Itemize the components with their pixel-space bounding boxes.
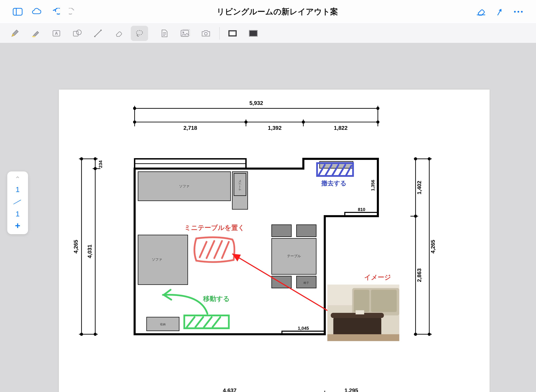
svg-text:1,356: 1,356 — [370, 180, 375, 191]
svg-point-13 — [100, 30, 102, 31]
svg-point-64 — [414, 333, 417, 336]
crop-tool-b[interactable] — [245, 26, 262, 41]
svg-text:4,031: 4,031 — [86, 245, 93, 258]
svg-rect-9 — [73, 31, 78, 36]
image-tool[interactable] — [176, 26, 194, 41]
svg-text:4,265: 4,265 — [430, 240, 436, 253]
dim-left-inner: 234 4,031 — [86, 157, 103, 336]
svg-text:1,402: 1,402 — [416, 181, 422, 194]
svg-rect-23 — [229, 31, 236, 35]
document-title[interactable]: リビングルームの新レイアウト案 — [79, 6, 476, 17]
svg-rect-115 — [371, 290, 397, 312]
page-add-button[interactable]: + — [15, 221, 20, 230]
svg-text:椅子: 椅子 — [304, 281, 309, 284]
camera-tool[interactable] — [197, 26, 214, 41]
svg-text:収納: 収納 — [160, 323, 166, 326]
svg-point-33 — [133, 121, 136, 124]
svg-point-36 — [376, 121, 379, 124]
svg-text:1,295: 1,295 — [345, 387, 358, 392]
toolbar: A — [0, 23, 536, 43]
svg-rect-99 — [272, 276, 291, 288]
svg-point-19 — [183, 32, 184, 33]
svg-rect-114 — [354, 290, 369, 312]
furniture-group: ソファ テーブル ソファ テーブル 椅子 収納 — [138, 161, 353, 331]
dim-bottom-split: 4,637 1,295 — [133, 387, 379, 392]
crop-tool-a[interactable] — [224, 26, 241, 41]
svg-text:4,265: 4,265 — [73, 240, 79, 253]
svg-point-3 — [514, 11, 516, 13]
redo-button[interactable] — [68, 7, 79, 17]
page-tool[interactable] — [156, 26, 173, 41]
svg-text:1,045: 1,045 — [298, 326, 309, 331]
page[interactable]: 5,932 2,718 1,392 1,822 4,265 — [59, 89, 490, 392]
canvas[interactable]: 5,932 2,718 1,392 1,822 4,265 — [0, 43, 536, 392]
topbar: リビングルームの新レイアウト案 — [0, 0, 536, 23]
annotation-image: イメージ — [327, 274, 399, 341]
svg-rect-118 — [356, 310, 364, 314]
page-total: 1 — [16, 210, 19, 218]
svg-point-5 — [521, 11, 523, 13]
svg-text:810: 810 — [358, 207, 365, 212]
pen-tool[interactable] — [6, 26, 24, 41]
cloud-icon[interactable] — [31, 7, 42, 17]
shape-tool[interactable] — [68, 26, 86, 41]
svg-text:ソファ: ソファ — [152, 257, 162, 261]
eraser-mode-button[interactable] — [476, 7, 486, 17]
svg-point-62 — [414, 157, 417, 160]
svg-rect-0 — [13, 8, 22, 15]
page-current[interactable]: 1 — [16, 186, 19, 194]
more-button[interactable] — [513, 7, 524, 17]
page-up-button[interactable]: ⌃ — [15, 176, 21, 182]
svg-text:1,392: 1,392 — [268, 125, 281, 131]
pencil-mode-button[interactable] — [494, 7, 505, 17]
svg-rect-119 — [327, 334, 399, 341]
svg-text:5,932: 5,932 — [249, 100, 263, 106]
svg-rect-116 — [333, 317, 381, 336]
sidebar-toggle-button[interactable] — [12, 7, 23, 17]
eraser-tool[interactable] — [110, 26, 127, 41]
text-tool[interactable]: A — [48, 26, 65, 41]
svg-point-12 — [94, 36, 95, 37]
dim-top-split: 2,718 1,392 1,822 — [133, 119, 379, 131]
svg-line-11 — [95, 30, 101, 37]
svg-text:テーブル: テーブル — [238, 180, 241, 191]
page-navigator[interactable]: ⌃ 1 ／ 1 + — [7, 172, 28, 234]
svg-rect-6 — [32, 36, 35, 37]
svg-text:撤去する: 撤去する — [321, 180, 346, 187]
line-tool[interactable] — [89, 26, 107, 41]
svg-text:テーブル: テーブル — [287, 254, 301, 258]
svg-rect-97 — [272, 225, 291, 237]
svg-text:ソファ: ソファ — [179, 184, 190, 188]
dim-right-split: 1,402 2,863 — [410, 157, 422, 336]
svg-text:4,637: 4,637 — [223, 387, 237, 392]
dim-left-total: 4,265 — [73, 157, 98, 336]
svg-rect-84 — [282, 331, 325, 334]
floor-plan: 5,932 2,718 1,392 1,822 4,265 — [59, 89, 490, 392]
page-slash: ／ — [12, 196, 23, 208]
svg-rect-24 — [250, 31, 257, 36]
svg-rect-98 — [297, 225, 316, 237]
lasso-tool[interactable] — [131, 26, 148, 41]
svg-text:移動する: 移動する — [203, 295, 230, 302]
svg-text:A: A — [55, 31, 58, 36]
undo-button[interactable] — [50, 7, 60, 17]
svg-point-51 — [94, 333, 97, 336]
svg-text:イメージ: イメージ — [364, 274, 391, 281]
svg-point-21 — [204, 32, 207, 35]
svg-point-4 — [517, 11, 519, 13]
svg-point-10 — [76, 30, 81, 35]
svg-text:2,863: 2,863 — [416, 268, 422, 282]
svg-text:1,822: 1,822 — [334, 125, 348, 131]
toolbar-separator — [219, 27, 220, 40]
svg-rect-93 — [138, 235, 188, 285]
svg-point-14 — [136, 30, 142, 35]
highlighter-tool[interactable] — [27, 26, 44, 41]
svg-text:2,718: 2,718 — [183, 125, 197, 131]
svg-text:ミニテーブルを置く: ミニテーブルを置く — [184, 224, 245, 231]
svg-point-49 — [94, 157, 97, 160]
svg-text:234: 234 — [98, 160, 103, 168]
